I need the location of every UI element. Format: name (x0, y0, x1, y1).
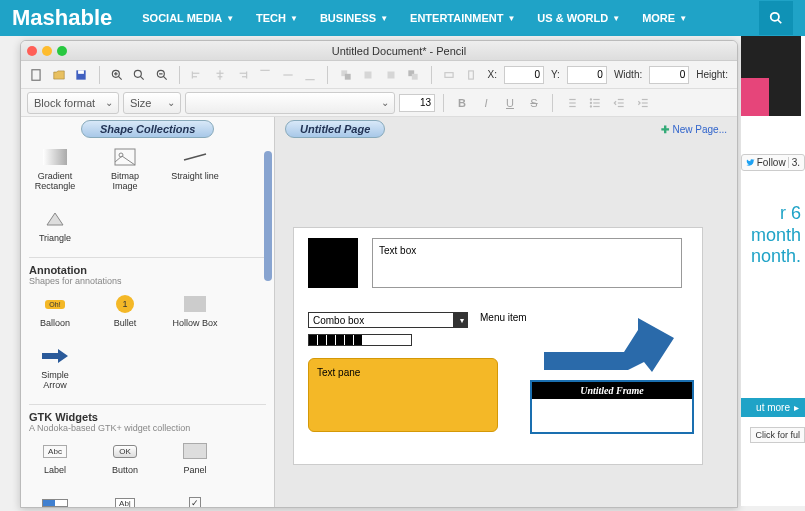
canvas-textpane[interactable]: Text pane (308, 358, 498, 432)
width-label: Width: (614, 69, 642, 80)
shape-gtk-progress[interactable]: Progress (29, 493, 81, 507)
font-family-select[interactable] (185, 92, 395, 114)
strike-button[interactable]: S (524, 93, 544, 113)
pencil-app-window: Untitled Document* - Pencil X: Y: Width:… (20, 40, 738, 508)
minimize-window-button[interactable] (42, 46, 52, 56)
font-size-select[interactable]: Size (123, 92, 181, 114)
shape-simple-arrow[interactable]: Simple Arrow (29, 346, 81, 390)
x-input[interactable] (504, 66, 544, 84)
nav-more[interactable]: MORE▼ (642, 12, 687, 24)
svg-line-10 (141, 76, 145, 80)
canvas-frame-title: Untitled Frame (532, 382, 692, 399)
nav-social-media[interactable]: SOCIAL MEDIA▼ (142, 12, 234, 24)
outdent-button[interactable] (609, 93, 629, 113)
bring-front-button[interactable] (336, 65, 355, 85)
list-ordered-button[interactable] (561, 93, 581, 113)
svg-line-52 (184, 154, 206, 160)
svg-line-1 (778, 20, 782, 24)
shape-gtk-button[interactable]: OKButton (99, 441, 151, 475)
new-page-button[interactable]: ✚ New Page... (661, 124, 727, 135)
svg-rect-31 (412, 73, 418, 79)
canvas-textbox[interactable]: Text box (372, 238, 682, 288)
block-format-select[interactable]: Block format (27, 92, 119, 114)
twitter-icon (746, 157, 755, 168)
send-back-button[interactable] (404, 65, 423, 85)
align-center-h-button[interactable] (211, 65, 230, 85)
height-label: Height: (696, 69, 728, 80)
same-height-button[interactable] (462, 65, 481, 85)
close-window-button[interactable] (27, 46, 37, 56)
save-file-button[interactable] (72, 65, 91, 85)
canvas-rectangle[interactable] (308, 238, 358, 288)
bold-button[interactable]: B (452, 93, 472, 113)
shape-bullet[interactable]: 1Bullet (99, 294, 151, 328)
shape-gtk-label[interactable]: AbcLabel (29, 441, 81, 475)
page-tab[interactable]: Untitled Page (285, 120, 385, 138)
bring-forward-button[interactable] (359, 65, 378, 85)
window-titlebar: Untitled Document* - Pencil (21, 41, 737, 61)
nav-us-world[interactable]: US & WORLD▼ (537, 12, 620, 24)
promo-text: r 6 month nonth. (741, 203, 805, 268)
shape-bitmap-image[interactable]: Bitmap Image (99, 147, 151, 191)
group-annotation: Annotation Shapes for annotations (29, 257, 266, 286)
canvas-arrow[interactable] (544, 318, 674, 378)
new-file-button[interactable] (27, 65, 46, 85)
ad-banner[interactable] (741, 36, 801, 116)
y-input[interactable] (567, 66, 607, 84)
send-backward-button[interactable] (381, 65, 400, 85)
zoom-window-button[interactable] (57, 46, 67, 56)
shape-balloon[interactable]: Oh!Balloon (29, 294, 81, 328)
svg-marker-53 (47, 213, 63, 225)
zoom-in-button[interactable] (108, 65, 127, 85)
shape-hollow-box[interactable]: Hollow Box (169, 294, 221, 328)
align-left-button[interactable] (188, 65, 207, 85)
canvas-frame[interactable]: Untitled Frame (530, 380, 694, 434)
align-top-button[interactable] (256, 65, 275, 85)
twitter-follow-button[interactable]: Follow 3. (741, 154, 805, 171)
add-icon: ✚ (661, 124, 669, 135)
width-input[interactable] (649, 66, 689, 84)
svg-point-39 (590, 105, 591, 106)
svg-rect-28 (365, 71, 372, 78)
svg-rect-33 (469, 70, 474, 78)
underline-button[interactable]: U (500, 93, 520, 113)
nav-entertainment[interactable]: ENTERTAINMENT▼ (410, 12, 515, 24)
canvas-menuitem[interactable]: Menu item (480, 312, 527, 323)
find-out-more-button[interactable]: ut more▸ (741, 398, 805, 417)
indent-button[interactable] (633, 93, 653, 113)
font-size-input[interactable] (399, 94, 435, 112)
search-button[interactable] (759, 1, 793, 35)
align-bottom-button[interactable] (301, 65, 320, 85)
svg-line-6 (118, 76, 122, 80)
shape-gtk-panel[interactable]: Panel (169, 441, 221, 475)
canvas-combobox[interactable]: Combo box (308, 312, 468, 328)
svg-rect-4 (78, 70, 84, 74)
shape-gtk-checkbox[interactable]: ✓Checkbox (169, 493, 221, 507)
svg-marker-54 (42, 349, 68, 363)
canvas-progressbar[interactable] (308, 334, 412, 346)
zoom-out-button[interactable] (153, 65, 172, 85)
sidebar-tab[interactable]: Shape Collections (81, 120, 214, 138)
italic-button[interactable]: I (476, 93, 496, 113)
align-right-button[interactable] (233, 65, 252, 85)
open-file-button[interactable] (50, 65, 69, 85)
svg-rect-27 (344, 73, 350, 79)
zoom-reset-button[interactable] (130, 65, 149, 85)
svg-rect-49 (43, 149, 67, 165)
shape-gtk-textbox[interactable]: Ab|Text Box (99, 493, 151, 507)
svg-point-37 (590, 98, 591, 99)
list-unordered-button[interactable] (585, 93, 605, 113)
nav-tech[interactable]: TECH▼ (256, 12, 298, 24)
shape-triangle[interactable]: Triangle (29, 209, 81, 243)
drawing-canvas[interactable]: Text box Combo box Menu item Text pane U… (293, 227, 703, 465)
nav-business[interactable]: BUSINESS▼ (320, 12, 388, 24)
shape-straight-line[interactable]: Straight line (169, 147, 221, 191)
sidebar-scrollbar[interactable] (264, 151, 272, 281)
shape-gradient-rectangle[interactable]: Gradient Rectangle (29, 147, 81, 191)
brand-logo[interactable]: Mashable (12, 5, 112, 31)
site-navbar: Mashable SOCIAL MEDIA▼ TECH▼ BUSINESS▼ E… (0, 0, 805, 36)
align-center-v-button[interactable] (278, 65, 297, 85)
same-width-button[interactable] (439, 65, 458, 85)
toolbar-text: Block format Size B I U S (21, 89, 737, 117)
click-full-button[interactable]: Click for ful (750, 427, 805, 443)
